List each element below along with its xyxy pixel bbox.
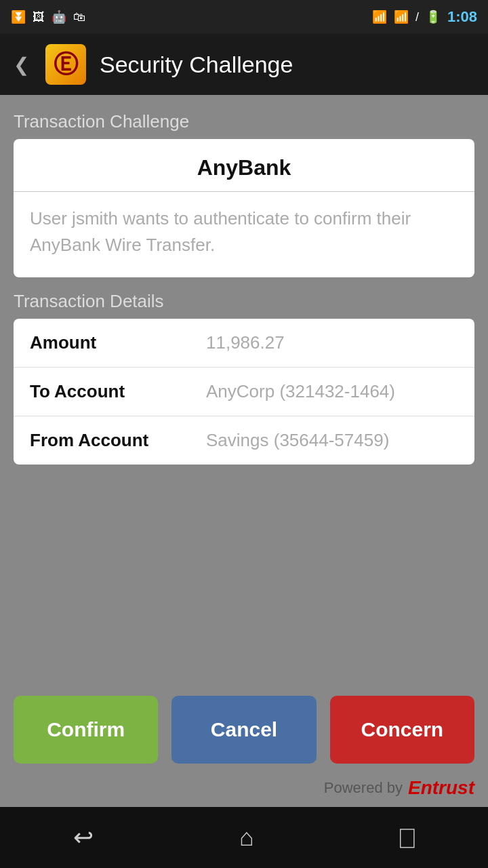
download-icon: ⏬ <box>11 9 26 24</box>
app-bar: ❮ Ⓔ Security Challenge <box>0 34 488 95</box>
concern-button[interactable]: Concern <box>330 696 474 764</box>
bag-icon: 🛍 <box>73 10 85 24</box>
amount-value: 11,986.27 <box>206 332 285 353</box>
powered-by-brand: Entrust <box>408 777 474 799</box>
table-row: From Account Savings (35644-57459) <box>14 416 474 465</box>
bluetooth-icon: 📶 <box>372 9 387 24</box>
table-row: To Account AnyCorp (321432-1464) <box>14 368 474 416</box>
main-content: Transaction Challenge AnyBank User jsmit… <box>0 95 488 696</box>
android-icon: 🤖 <box>52 9 66 24</box>
cancel-button[interactable]: Cancel <box>171 696 316 764</box>
transaction-challenge-section: Transaction Challenge AnyBank User jsmit… <box>14 111 474 277</box>
nav-recents-icon[interactable]: ⎕ <box>400 823 415 852</box>
bank-name: AnyBank <box>14 139 474 192</box>
to-account-label: To Account <box>30 381 206 402</box>
navigation-bar: ↩ ⌂ ⎕ <box>0 807 488 868</box>
nav-back-icon[interactable]: ↩ <box>73 823 94 852</box>
powered-by: Powered by Entrust <box>0 777 488 807</box>
image-icon: 🖼 <box>33 10 45 24</box>
transaction-challenge-card: AnyBank User jsmith wants to authenticat… <box>14 139 474 277</box>
from-account-label: From Account <box>30 430 206 451</box>
amount-label: Amount <box>30 332 206 353</box>
transaction-details-label: Transaction Details <box>14 291 474 312</box>
transaction-details-card: Amount 11,986.27 To Account AnyCorp (321… <box>14 319 474 465</box>
back-button[interactable]: ❮ <box>14 54 29 76</box>
status-time: 1:08 <box>447 8 477 26</box>
status-icons-right: 📶 📶 / 🔋 1:08 <box>372 8 477 26</box>
powered-by-text: Powered by <box>324 779 403 797</box>
status-bar: ⏬ 🖼 🤖 🛍 📶 📶 / 🔋 1:08 <box>0 0 488 34</box>
action-buttons: Confirm Cancel Concern <box>0 696 488 777</box>
to-account-value: AnyCorp (321432-1464) <box>206 381 395 402</box>
challenge-message: User jsmith wants to authenticate to con… <box>14 192 474 277</box>
signal-icon: / <box>415 10 419 24</box>
wifi-icon: 📶 <box>394 9 409 24</box>
transaction-challenge-label: Transaction Challenge <box>14 111 474 132</box>
battery-icon: 🔋 <box>426 9 441 24</box>
transaction-details-section: Transaction Details Amount 11,986.27 To … <box>14 291 474 465</box>
status-icons-left: ⏬ 🖼 🤖 🛍 <box>11 9 85 24</box>
table-row: Amount 11,986.27 <box>14 319 474 368</box>
app-bar-title: Security Challenge <box>100 52 293 78</box>
confirm-button[interactable]: Confirm <box>14 696 158 764</box>
app-icon: Ⓔ <box>45 44 86 85</box>
from-account-value: Savings (35644-57459) <box>206 430 389 451</box>
nav-home-icon[interactable]: ⌂ <box>239 823 254 852</box>
